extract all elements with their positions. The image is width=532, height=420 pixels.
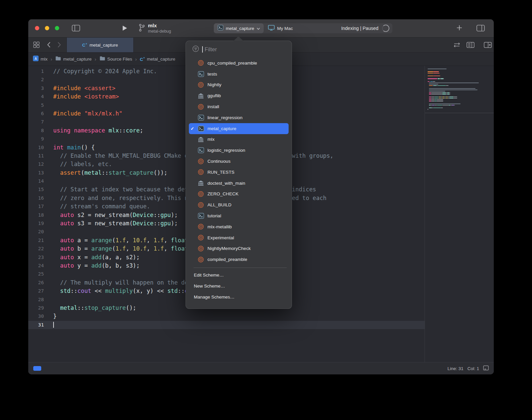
menu-action-edit-scheme-[interactable]: Edit Scheme… — [186, 270, 292, 281]
activity-status: Indexing | Paused — [341, 26, 378, 31]
scheme-menu-item-gguflib[interactable]: gguflib — [189, 90, 289, 101]
scheme-menu-item-Experimental[interactable]: Experimental — [189, 232, 289, 243]
scheme-menu-item-metal_capture[interactable]: ✓metal_capture — [189, 123, 289, 134]
status-line: Line: 31 — [448, 366, 464, 371]
code-text: #include <cassert> — [53, 84, 115, 93]
line-number: 6 — [28, 109, 47, 118]
scheme-menu-item-compiled_preamble[interactable]: compiled_preamble — [189, 254, 289, 265]
scheme-selector[interactable]: metal_capture — [214, 23, 264, 33]
scheme-label: linear_regression — [207, 115, 242, 120]
scheme-menu-item-tests[interactable]: tests — [189, 69, 289, 80]
code-text: metal::stop_capture(); — [53, 304, 136, 312]
minimize-button[interactable] — [45, 26, 49, 30]
line-number: 13 — [28, 169, 47, 177]
filter-input[interactable] — [204, 46, 286, 53]
filter-icon — [192, 45, 199, 54]
library-icon — [198, 93, 204, 99]
breadcrumb-item-mlx[interactable]: Amlx — [33, 56, 48, 63]
scheme-label: NightlyMemoryCheck — [207, 246, 251, 251]
scheme-label: compiled_preamble — [207, 257, 247, 262]
menu-action-manage-schemes-[interactable]: Manage Schemes… — [186, 292, 292, 303]
scheme-label: ZERO_CHECK — [207, 191, 238, 196]
scheme-menu: cpu_compiled_preambletestsNightlygguflib… — [186, 41, 292, 309]
line-number: 23 — [28, 253, 47, 262]
scheme-label: install — [207, 104, 219, 109]
code-line[interactable]: 30} — [28, 312, 425, 320]
scheme-menu-item-Nightly[interactable]: Nightly — [189, 80, 289, 91]
line-number: 22 — [28, 245, 47, 253]
scheme-menu-item-Continuous[interactable]: Continuous — [189, 156, 289, 167]
code-text: // stream's command queue. — [53, 202, 150, 211]
line-number: 17 — [28, 202, 47, 211]
text-cursor — [202, 46, 203, 53]
tab-metal-capture[interactable]: C+ metal_capture — [66, 38, 134, 52]
breadcrumb-label: metal_capture — [147, 57, 176, 62]
close-button[interactable] — [35, 26, 39, 30]
code-review-icon[interactable] — [453, 42, 461, 48]
scheme-name: metal_capture — [226, 26, 254, 31]
line-number: 1 — [28, 67, 47, 76]
menu-action-new-scheme-[interactable]: New Scheme… — [186, 281, 292, 292]
breadcrumb-item-metal_capture[interactable]: C+metal_capture — [140, 56, 176, 62]
line-number: 24 — [28, 262, 47, 270]
zoom-button[interactable] — [55, 26, 59, 30]
code-text: std::cout << multiply(x, y) << std::endl… — [53, 287, 202, 295]
scheme-menu-item-tutorial[interactable]: tutorial — [189, 210, 289, 221]
go-back-icon[interactable] — [47, 42, 51, 48]
go-forward-icon[interactable] — [58, 42, 61, 48]
line-number: 8 — [28, 126, 47, 135]
target-icon — [198, 104, 204, 110]
scheme-menu-item-mlx-metallib[interactable]: mlx-metallib — [189, 221, 289, 232]
scheme-label: tests — [207, 72, 217, 77]
new-tab-button[interactable] — [457, 25, 462, 31]
scheme-menu-item-RUN_TESTS[interactable]: RUN_TESTS — [189, 167, 289, 178]
scheme-menu-item-NightlyMemoryCheck[interactable]: NightlyMemoryCheck — [189, 243, 289, 254]
window-controls — [35, 26, 59, 30]
scheme-destination-bar: metal_capture My Mac Indexing | Paused — [214, 23, 392, 33]
line-number: 9 — [28, 135, 47, 143]
line-number: 31 — [28, 321, 47, 329]
code-text: auto y = add(b, b, s3); — [53, 262, 140, 270]
scheme-label: cpu_compiled_preamble — [207, 61, 257, 66]
branch-name: metal-debug — [148, 29, 171, 34]
toggle-navigator-icon[interactable] — [72, 25, 80, 32]
code-text: // Copyright © 2024 Apple Inc. — [53, 67, 157, 76]
scheme-label: Experimental — [207, 235, 234, 240]
scheme-menu-item-install[interactable]: install — [189, 101, 289, 112]
add-editor-icon[interactable] — [484, 42, 492, 48]
line-number: 29 — [28, 304, 47, 312]
breakpoint-pill[interactable] — [33, 366, 41, 371]
line-number: 25 — [28, 270, 47, 278]
progress-spinner — [382, 25, 389, 32]
code-text: int main() { — [53, 143, 95, 152]
scheme-menu-item-linear_regression[interactable]: linear_regression — [189, 112, 289, 123]
scheme-menu-item-mlx[interactable]: mlx — [189, 134, 289, 145]
editor-layout-button[interactable] — [476, 25, 485, 32]
target-icon — [198, 256, 204, 263]
breadcrumb-label: metal_capture — [63, 57, 92, 62]
scheme-menu-list: cpu_compiled_preambletestsNightlygguflib… — [186, 58, 292, 265]
scheme-menu-item-doctest_with_main[interactable]: doctest_with_main — [189, 178, 289, 189]
scheme-menu-item-ALL_BUILD[interactable]: ALL_BUILD — [189, 199, 289, 210]
dock-editor-icon[interactable] — [483, 365, 489, 371]
text-cursor — [53, 322, 54, 328]
minimap[interactable] — [425, 66, 494, 362]
tab-overview-icon[interactable] — [33, 42, 40, 48]
breadcrumb-item-metal_capture[interactable]: metal_capture — [55, 56, 92, 62]
code-text: using namespace mlx::core; — [53, 126, 143, 135]
scheme-summary[interactable]: mlx metal-debug — [139, 23, 171, 34]
scheme-label: logistic_regression — [207, 148, 245, 153]
scheme-menu-item-ZERO_CHECK[interactable]: ZERO_CHECK — [189, 189, 289, 200]
destination-selector[interactable]: My Mac — [264, 25, 297, 32]
editor-options-icon[interactable] — [466, 42, 474, 48]
code-line[interactable]: 31 — [28, 321, 425, 329]
desktop: mlx metal-debug metal_capture — [0, 0, 532, 420]
run-button[interactable] — [122, 25, 127, 31]
breadcrumb-item-Source Files[interactable]: Source Files — [99, 56, 132, 62]
line-number: 7 — [28, 118, 47, 126]
scheme-menu-item-cpu_compiled_preamble[interactable]: cpu_compiled_preamble — [189, 58, 289, 69]
target-icon — [198, 223, 204, 230]
minimap-current-line — [425, 113, 494, 113]
scheme-label: mlx-metallib — [207, 224, 232, 229]
scheme-menu-item-logistic_regression[interactable]: logistic_regression — [189, 145, 289, 156]
